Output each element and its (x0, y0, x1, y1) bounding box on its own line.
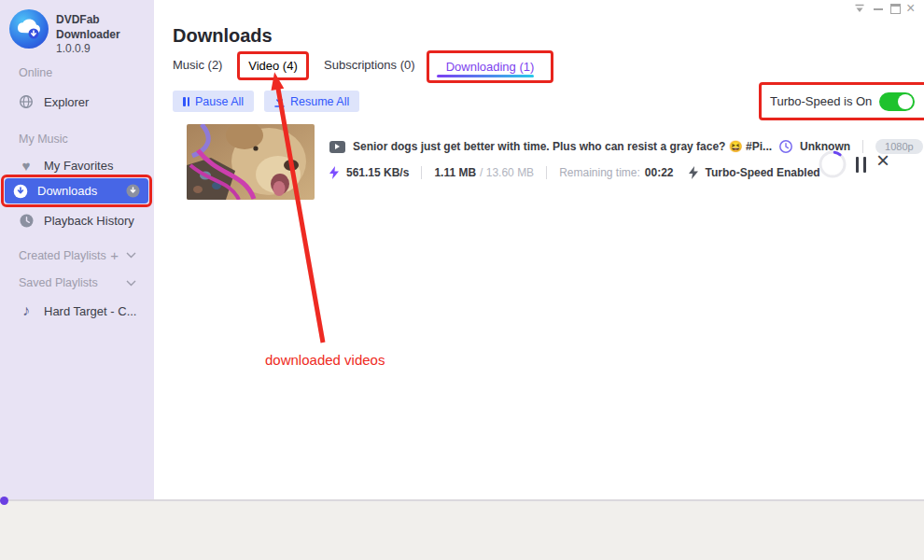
download-circle-icon (13, 184, 28, 199)
tab-video[interactable]: Video (4) (237, 51, 309, 80)
size-downloaded: 1.11 MB (434, 166, 476, 179)
divider (546, 166, 547, 179)
item-pause-button[interactable] (856, 157, 866, 173)
clock-icon (19, 213, 34, 228)
duration-clock-icon (779, 140, 792, 153)
tab-downloading[interactable]: Downloading (1) (427, 50, 553, 83)
remaining-label: Remaining time: (559, 166, 640, 179)
heart-icon: ♥ (19, 158, 34, 173)
turbo-enabled-text: Turbo-Speed Enabled (706, 166, 820, 179)
video-thumbnail[interactable] (187, 124, 315, 200)
turbo-speed-label: Turbo-Speed is On (770, 94, 872, 108)
turbo-speed-toggle[interactable] (879, 92, 915, 111)
music-note-icon: ♪ (19, 303, 34, 318)
tab-label: Downloading (1) (446, 60, 535, 74)
sidebar-item-label: Hard Target - C... (44, 304, 136, 318)
page-title: Downloads (173, 25, 273, 47)
player-bar: Playback Speed 0 (0, 501, 924, 560)
sidebar-item-explorer[interactable]: Explorer (19, 94, 89, 109)
divider (862, 140, 863, 153)
group-label: Created Playlists (19, 249, 106, 262)
download-speed: 561.15 KB/s (346, 166, 409, 179)
download-progress-circle[interactable] (819, 150, 847, 182)
tab-music[interactable]: Music (2) (173, 58, 222, 72)
sidebar-item-downloads[interactable]: Downloads (5, 178, 148, 203)
pause-icon (183, 97, 189, 106)
section-label-my-music: My Music (19, 133, 68, 146)
tab-label: Video (4) (248, 59, 298, 73)
tab-subscriptions[interactable]: Subscriptions (0) (324, 58, 415, 72)
sidebar-group-saved-playlists[interactable]: Saved Playlists (19, 276, 136, 289)
resume-download-icon (274, 96, 285, 107)
item-close-button[interactable]: × (876, 149, 889, 172)
sidebar-item-playlist-hard-target[interactable]: ♪ Hard Target - C... (19, 303, 136, 318)
sidebar-item-label: Downloads (37, 184, 97, 198)
sidebar-item-label: My Favorites (44, 159, 113, 173)
annotation-label: downloaded videos (265, 352, 385, 368)
size-total: / 13.60 MB (480, 166, 534, 179)
video-play-icon (329, 141, 345, 153)
sidebar: DVDFab Downloader 1.0.0.9 Online Explore… (0, 0, 154, 500)
dropdown-menu-icon[interactable] (854, 4, 865, 14)
speed-lightning-icon (329, 166, 339, 179)
sidebar-item-label: Explorer (44, 95, 89, 109)
sidebar-item-my-favorites[interactable]: ♥ My Favorites (19, 158, 113, 173)
sidebar-item-label: Playback History (44, 214, 134, 228)
annotation-box-downloads: Downloads (1, 175, 152, 207)
pause-all-button[interactable]: Pause All (173, 91, 254, 112)
plus-icon[interactable]: + (110, 247, 119, 263)
turbo-lightning-icon (689, 166, 698, 179)
button-label: Resume All (290, 95, 349, 108)
remaining-value: 00:22 (645, 166, 674, 179)
app-version: 1.0.0.9 (56, 42, 154, 55)
resume-all-button[interactable]: Resume All (264, 91, 359, 112)
annotation-box-turbo: Turbo-Speed is On (759, 82, 924, 120)
app-logo-row: DVDFab Downloader 1.0.0.9 (9, 9, 154, 55)
download-item-stats-row: 561.15 KB/s 1.11 MB / 13.60 MB Remaining… (329, 165, 820, 180)
divider (421, 166, 422, 179)
download-badge-icon (126, 184, 140, 198)
close-button[interactable]: × (906, 0, 915, 17)
app-name: DVDFab Downloader (56, 9, 154, 42)
maximize-button[interactable] (890, 4, 901, 14)
chevron-down-icon[interactable] (126, 252, 136, 259)
button-label: Pause All (195, 95, 244, 108)
video-title: Senior dogs just get better with time. P… (353, 140, 772, 153)
group-label: Saved Playlists (19, 276, 98, 289)
chevron-down-icon[interactable] (126, 280, 136, 287)
globe-icon (19, 94, 34, 109)
sidebar-item-playback-history[interactable]: Playback History (19, 213, 134, 228)
sidebar-group-created-playlists[interactable]: Created Playlists + (19, 247, 136, 263)
minimize-button[interactable] (874, 8, 883, 10)
playback-progress-knob[interactable] (0, 497, 8, 505)
section-label-online: Online (19, 66, 52, 79)
app-window: DVDFab Downloader 1.0.0.9 Online Explore… (0, 0, 924, 560)
app-logo-icon (9, 9, 49, 49)
